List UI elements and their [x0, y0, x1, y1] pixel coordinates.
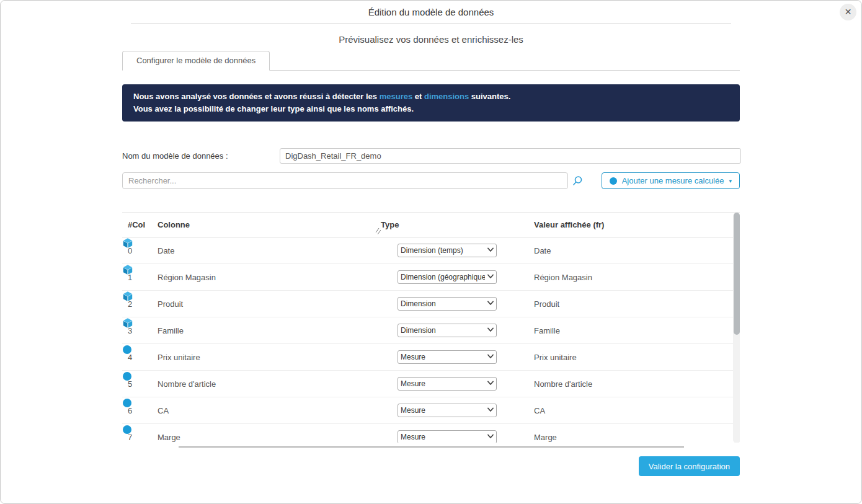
header-col-number: #Col [128, 213, 145, 237]
measure-circle-icon [610, 177, 617, 185]
display-value: Marge [534, 433, 557, 442]
add-calculated-measure-button[interactable]: Ajouter une mesure calculée ▾ [602, 172, 740, 189]
table-row: 4 Prix unitaire Mesure Prix unitaire [122, 344, 740, 371]
display-value: Produit [534, 299, 559, 309]
caret-down-icon: ▾ [729, 178, 732, 184]
column-name: Produit [158, 299, 183, 309]
row-number: 3 [128, 326, 132, 335]
display-value: Prix unitaire [534, 353, 577, 362]
column-name: Région Magasin [158, 273, 216, 282]
table-row: 2 Produit Dimension Produit [122, 291, 740, 317]
tab-bar: Configurer le modèle de données [122, 51, 740, 71]
table-row: 5 Nombre d'article Mesure Nombre d'artic… [122, 371, 740, 397]
column-name: Famille [158, 326, 184, 335]
table-body: 0 Date Dimension (temps) Date 1 Région M… [122, 237, 740, 443]
column-name: Nombre d'article [158, 379, 216, 389]
row-number: 6 [128, 406, 132, 415]
table-row: 6 CA Mesure CA [122, 397, 740, 424]
header-display-value: Valeur affichée (fr) [534, 213, 604, 237]
row-number: 7 [128, 433, 132, 442]
column-name: Date [158, 246, 174, 255]
table-row: 1 Région Magasin Dimension (géographique… [122, 264, 740, 291]
columns-table: #Col Colonne Type Valeur affichée (fr) 0… [122, 212, 740, 443]
type-select[interactable]: Mesure [398, 430, 497, 443]
type-select-wrap: Dimension (temps) [398, 244, 497, 257]
type-select[interactable]: Mesure [398, 350, 497, 364]
search-row: Ajouter une mesure calculée ▾ [122, 172, 740, 190]
column-resize-grip[interactable] [375, 228, 381, 234]
info-banner: Nous avons analysé vos données et avons … [122, 84, 740, 122]
row-number: 0 [128, 246, 132, 255]
type-select-wrap: Dimension [398, 324, 497, 337]
type-select[interactable]: Mesure [398, 377, 497, 391]
banner-word-dimensions: dimensions [424, 92, 469, 101]
banner-line-2: Vous avez la possibilité de changer leur… [133, 103, 729, 115]
model-name-row: Nom du modèle de données : [122, 148, 740, 164]
table-row: 3 Famille Dimension Famille [122, 317, 740, 344]
tab-configure-data-model[interactable]: Configurer le modèle de données [122, 51, 270, 71]
dialog-title: Édition du modèle de données [1, 1, 861, 17]
data-model-dialog: Édition du modèle de données ✕ Prévisual… [0, 0, 862, 504]
close-button[interactable]: ✕ [840, 4, 856, 20]
display-value: Famille [534, 326, 560, 335]
footer-divider [179, 446, 684, 448]
row-number: 5 [128, 379, 132, 389]
type-select[interactable]: Mesure [398, 404, 497, 417]
header-column: Colonne [158, 213, 190, 237]
search-input[interactable] [122, 172, 568, 189]
dialog-footer: Valider la configuration [122, 456, 740, 476]
display-value: CA [534, 406, 545, 415]
row-number: 2 [128, 299, 132, 309]
dialog-subtitle: Prévisualisez vos données et enrichissez… [1, 34, 861, 45]
row-number: 4 [128, 353, 132, 362]
type-select-wrap: Dimension [398, 297, 497, 311]
column-name: Marge [158, 433, 180, 442]
display-value: Nombre d'article [534, 379, 592, 389]
header-type: Type [381, 213, 399, 237]
type-select-wrap: Mesure [398, 430, 497, 443]
table-row: 7 Marge Mesure Marge [122, 424, 740, 443]
search-icon[interactable] [572, 175, 583, 186]
type-select[interactable]: Dimension [398, 297, 497, 311]
close-icon: ✕ [845, 7, 852, 17]
title-divider [131, 23, 731, 24]
banner-word-mesures: mesures [380, 92, 412, 101]
type-select-wrap: Mesure [398, 350, 497, 364]
type-select-wrap: Mesure [398, 377, 497, 391]
type-select-wrap: Mesure [398, 404, 497, 417]
display-value: Région Magasin [534, 273, 592, 282]
banner-line-1: Nous avons analysé vos données et avons … [133, 91, 729, 103]
table-row: 0 Date Dimension (temps) Date [122, 237, 740, 264]
table-header-row: #Col Colonne Type Valeur affichée (fr) [122, 213, 740, 237]
row-number: 1 [128, 273, 132, 282]
model-name-input[interactable] [280, 148, 741, 164]
table-scrollbar[interactable] [733, 213, 740, 443]
type-select-wrap: Dimension (géographique) [398, 270, 497, 284]
validate-configuration-button[interactable]: Valider la configuration [639, 456, 740, 476]
type-select[interactable]: Dimension [398, 324, 497, 337]
column-name: Prix unitaire [158, 353, 200, 362]
type-select[interactable]: Dimension (géographique) [398, 270, 497, 284]
type-select[interactable]: Dimension (temps) [398, 244, 497, 257]
model-name-label: Nom du modèle de données : [122, 151, 228, 161]
column-name: CA [158, 406, 169, 415]
display-value: Date [534, 246, 551, 255]
scrollbar-thumb[interactable] [734, 213, 740, 335]
